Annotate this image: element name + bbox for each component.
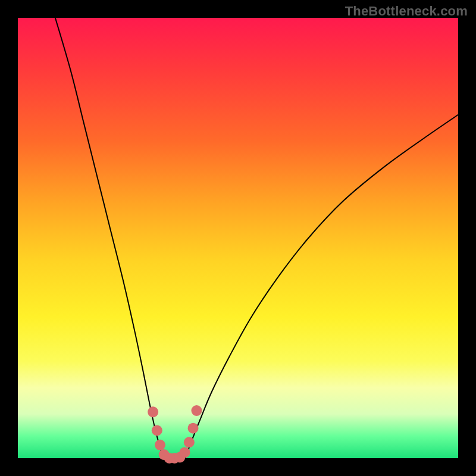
chart-frame: TheBottleneck.com (0, 0, 476, 476)
valley-marker (155, 440, 165, 450)
plot-area (18, 18, 458, 458)
valley-marker (148, 406, 158, 417)
valley-marker (179, 447, 190, 458)
valley-marker (184, 437, 195, 447)
watermark-text: TheBottleneck.com (345, 4, 468, 19)
curve-right (185, 115, 458, 458)
valley-marker (188, 423, 199, 434)
valley-marker (191, 405, 202, 416)
curve-left (55, 18, 163, 458)
valley-marker (152, 425, 162, 436)
curves-svg (18, 18, 458, 458)
